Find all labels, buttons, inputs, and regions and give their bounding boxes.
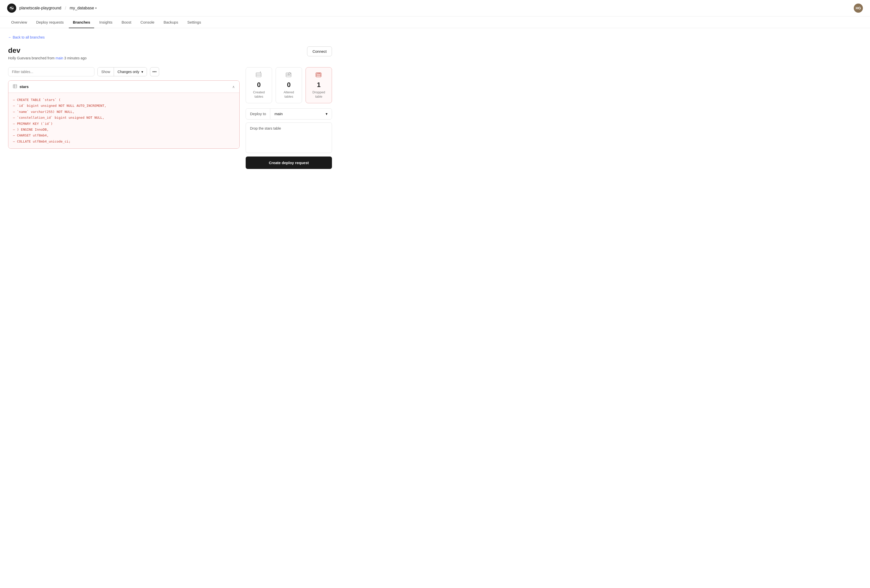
stat-label-dropped: Dropped table	[313, 90, 325, 99]
stat-number-created: 0	[257, 81, 261, 89]
db-selector[interactable]: my_database ▾	[70, 6, 97, 10]
branch-title: dev	[8, 46, 86, 55]
toolbar: Show Changes only ▾ •••	[8, 67, 240, 76]
deploy-description[interactable]: Drop the stars table	[246, 122, 332, 153]
nav-item-insights[interactable]: Insights	[95, 16, 116, 28]
table-card-stars: stars ∧ – CREATE TABLE `stars` (– `id` b…	[8, 80, 240, 149]
branch-header: dev Holly Guevara branched from main 3 m…	[8, 46, 332, 60]
stat-number-altered: 0	[287, 81, 290, 89]
diff-line: – `id` bigint unsigned NOT NULL AUTO_INC…	[13, 103, 235, 109]
filter-input[interactable]	[8, 67, 94, 76]
content-layout: Show Changes only ▾ •••	[8, 67, 332, 169]
nav: Overview Deploy requests Branches Insigh…	[0, 16, 870, 28]
nav-item-boost[interactable]: Boost	[118, 16, 135, 28]
branch-info: dev Holly Guevara branched from main 3 m…	[8, 46, 86, 60]
content-right: 0Created tables 0Altered tables 1Dropped…	[246, 67, 332, 169]
table-icon	[13, 84, 17, 89]
show-dropdown[interactable]: Changes only ▾	[114, 67, 147, 76]
branch-meta: Holly Guevara branched from main 3 minut…	[8, 56, 86, 60]
header-left: planetscale-playground / my_database ▾	[7, 3, 97, 13]
stats-row: 0Created tables 0Altered tables 1Dropped…	[246, 67, 332, 103]
deploy-chevron-icon: ▾	[326, 112, 328, 116]
content-left: Show Changes only ▾ •••	[8, 67, 240, 169]
deploy-select[interactable]: main ▾	[270, 109, 332, 119]
stat-icon-altered	[285, 71, 292, 79]
db-chevron-icon: ▾	[95, 6, 97, 10]
diff-line: – COLLATE utf8mb4_unicode_ci;	[13, 138, 235, 144]
diff-line: – CHARSET utf8mb4,	[13, 132, 235, 138]
deploy-label: Deploy to	[246, 109, 270, 119]
show-chevron-icon: ▾	[142, 70, 143, 74]
show-value: Changes only	[118, 70, 139, 74]
back-to-branches-link[interactable]: ← Back to all branches	[8, 35, 332, 39]
deploy-row: Deploy to main ▾	[246, 108, 332, 119]
collapse-icon: ∧	[232, 85, 235, 89]
show-group: Show Changes only ▾	[97, 67, 147, 76]
table-name: stars	[19, 85, 29, 89]
diff-line: – `constellation_id` bigint unsigned NOT…	[13, 115, 235, 121]
stat-icon-created	[255, 71, 262, 79]
diff-line: – CREATE TABLE `stars` (	[13, 97, 235, 103]
svg-rect-1	[13, 85, 17, 88]
db-name: my_database	[70, 6, 94, 10]
table-card-title: stars	[13, 84, 29, 89]
branch-meta-suffix: 3 minutes ago	[63, 56, 86, 60]
more-dots-icon: •••	[152, 70, 156, 74]
stat-number-dropped: 1	[317, 81, 320, 89]
stat-label-created: Created tables	[253, 90, 265, 99]
svg-rect-5	[256, 73, 261, 77]
nav-item-overview[interactable]: Overview	[7, 16, 31, 28]
nav-item-deploy-requests[interactable]: Deploy requests	[32, 16, 68, 28]
diff-line: – PRIMARY KEY (`id`)	[13, 121, 235, 127]
main-content: ← Back to all branches dev Holly Guevara…	[0, 28, 340, 176]
branch-meta-link[interactable]: main	[55, 56, 63, 60]
create-deploy-button[interactable]: Create deploy request	[246, 156, 332, 169]
show-label: Show	[98, 67, 114, 76]
nav-item-console[interactable]: Console	[136, 16, 158, 28]
diff-content: – CREATE TABLE `stars` (– `id` bigint un…	[8, 92, 239, 148]
logo-icon[interactable]	[7, 3, 16, 13]
nav-item-settings[interactable]: Settings	[183, 16, 205, 28]
org-name[interactable]: planetscale-playground	[19, 6, 61, 10]
avatar[interactable]: HG	[854, 3, 863, 13]
nav-item-backups[interactable]: Backups	[159, 16, 182, 28]
diff-line: – ) ENGINE InnoDB,	[13, 127, 235, 132]
path-separator: /	[65, 6, 66, 11]
stat-icon-dropped	[315, 71, 322, 79]
more-options-button[interactable]: •••	[150, 67, 159, 76]
connect-button[interactable]: Connect	[307, 46, 332, 56]
nav-item-branches[interactable]: Branches	[69, 16, 94, 28]
stat-label-altered: Altered tables	[283, 90, 294, 99]
deploy-target: main	[274, 112, 283, 116]
stat-card-altered[interactable]: 0Altered tables	[276, 67, 302, 103]
branch-meta-prefix: Holly Guevara branched from	[8, 56, 55, 60]
stat-card-dropped[interactable]: 1Dropped table	[305, 67, 332, 103]
diff-line: – `name` varchar(255) NOT NULL,	[13, 109, 235, 115]
stat-card-created[interactable]: 0Created tables	[246, 67, 272, 103]
table-card-header[interactable]: stars ∧	[8, 81, 239, 92]
header: planetscale-playground / my_database ▾ H…	[0, 0, 870, 16]
